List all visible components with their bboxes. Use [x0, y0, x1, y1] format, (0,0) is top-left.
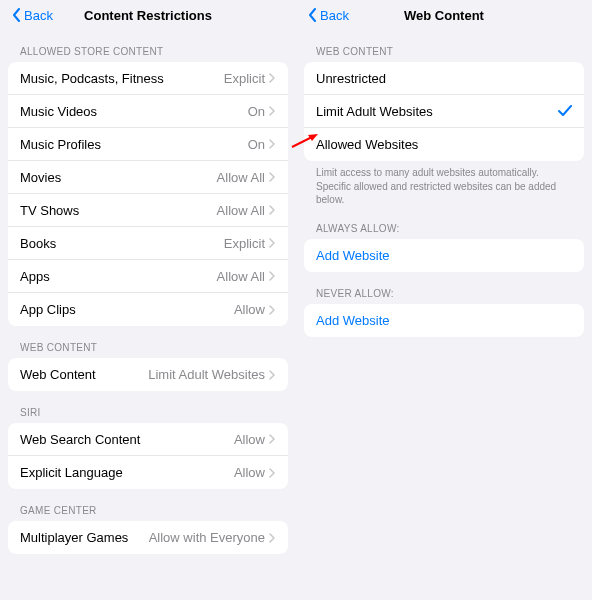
group-never-allow: Add Website — [304, 304, 584, 337]
list-item[interactable]: App ClipsAllow — [8, 293, 288, 326]
group-siri: Web Search ContentAllowExplicit Language… — [8, 423, 288, 489]
option-row[interactable]: Unrestricted — [304, 62, 584, 95]
row-value: Allow All — [217, 269, 265, 284]
add-website-label: Add Website — [316, 313, 389, 328]
web-content-panel: Back Web Content WEB CONTENT Unrestricte… — [296, 0, 592, 600]
list-item[interactable]: BooksExplicit — [8, 227, 288, 260]
row-label: Unrestricted — [316, 71, 572, 86]
chevron-left-icon — [12, 8, 22, 22]
section-header-webcontent: WEB CONTENT — [296, 30, 592, 62]
list-item[interactable]: AppsAllow All — [8, 260, 288, 293]
back-label: Back — [24, 8, 53, 23]
chevron-right-icon — [269, 271, 276, 281]
group-web: Web Content Limit Adult Websites — [8, 358, 288, 391]
row-value: Allow All — [217, 170, 265, 185]
nav-bar: Back Web Content — [296, 0, 592, 30]
chevron-right-icon — [269, 73, 276, 83]
group-store: Music, Podcasts, FitnessExplicitMusic Vi… — [8, 62, 288, 326]
nav-bar: Back Content Restrictions — [0, 0, 296, 30]
list-item[interactable]: Music ProfilesOn — [8, 128, 288, 161]
chevron-right-icon — [269, 205, 276, 215]
section-footer-webcontent: Limit access to many adult websites auto… — [296, 161, 592, 207]
add-website-button[interactable]: Add Website — [304, 239, 584, 272]
row-label: Apps — [20, 269, 217, 284]
row-label: Music, Podcasts, Fitness — [20, 71, 224, 86]
list-item[interactable]: Music, Podcasts, FitnessExplicit — [8, 62, 288, 95]
section-header-store: ALLOWED STORE CONTENT — [0, 30, 296, 62]
list-item[interactable]: Explicit LanguageAllow — [8, 456, 288, 489]
chevron-right-icon — [269, 305, 276, 315]
row-label: Web Content — [20, 367, 148, 382]
list-item[interactable]: Multiplayer GamesAllow with Everyone — [8, 521, 288, 554]
row-label: Allowed Websites — [316, 137, 572, 152]
chevron-right-icon — [269, 533, 276, 543]
chevron-right-icon — [269, 468, 276, 478]
row-web-content[interactable]: Web Content Limit Adult Websites — [8, 358, 288, 391]
list-item[interactable]: TV ShowsAllow All — [8, 194, 288, 227]
row-value: Explicit — [224, 71, 265, 86]
section-header-always-allow: ALWAYS ALLOW: — [296, 207, 592, 239]
content-restrictions-panel: Back Content Restrictions ALLOWED STORE … — [0, 0, 296, 600]
row-label: App Clips — [20, 302, 234, 317]
group-always-allow: Add Website — [304, 239, 584, 272]
row-label: Web Search Content — [20, 432, 234, 447]
row-value: Allow with Everyone — [149, 530, 265, 545]
row-value: Allow — [234, 465, 265, 480]
row-value: On — [248, 104, 265, 119]
list-item[interactable]: MoviesAllow All — [8, 161, 288, 194]
chevron-right-icon — [269, 370, 276, 380]
list-item[interactable]: Music VideosOn — [8, 95, 288, 128]
row-value: Allow — [234, 302, 265, 317]
chevron-right-icon — [269, 172, 276, 182]
chevron-left-icon — [308, 8, 318, 22]
section-header-gamecenter: GAME CENTER — [0, 489, 296, 521]
row-value: Allow — [234, 432, 265, 447]
row-label: Books — [20, 236, 224, 251]
back-button[interactable]: Back — [308, 8, 349, 23]
option-row[interactable]: Allowed Websites — [304, 128, 584, 161]
group-gamecenter: Multiplayer GamesAllow with Everyone — [8, 521, 288, 554]
row-value: Limit Adult Websites — [148, 367, 265, 382]
section-header-never-allow: NEVER ALLOW: — [296, 272, 592, 304]
row-label: Music Videos — [20, 104, 248, 119]
list-item[interactable]: Web Search ContentAllow — [8, 423, 288, 456]
row-value: Allow All — [217, 203, 265, 218]
add-website-label: Add Website — [316, 248, 389, 263]
chevron-right-icon — [269, 434, 276, 444]
row-label: Explicit Language — [20, 465, 234, 480]
chevron-right-icon — [269, 139, 276, 149]
section-header-siri: SIRI — [0, 391, 296, 423]
back-label: Back — [320, 8, 349, 23]
row-value: Explicit — [224, 236, 265, 251]
chevron-right-icon — [269, 238, 276, 248]
option-row[interactable]: Limit Adult Websites — [304, 95, 584, 128]
add-website-button[interactable]: Add Website — [304, 304, 584, 337]
row-label: Music Profiles — [20, 137, 248, 152]
row-value: On — [248, 137, 265, 152]
row-label: Movies — [20, 170, 217, 185]
back-button[interactable]: Back — [12, 8, 53, 23]
row-label: Multiplayer Games — [20, 530, 149, 545]
row-label: Limit Adult Websites — [316, 104, 558, 119]
row-label: TV Shows — [20, 203, 217, 218]
section-header-web: WEB CONTENT — [0, 326, 296, 358]
checkmark-icon — [558, 105, 572, 117]
chevron-right-icon — [269, 106, 276, 116]
group-web-content-options: UnrestrictedLimit Adult WebsitesAllowed … — [304, 62, 584, 161]
